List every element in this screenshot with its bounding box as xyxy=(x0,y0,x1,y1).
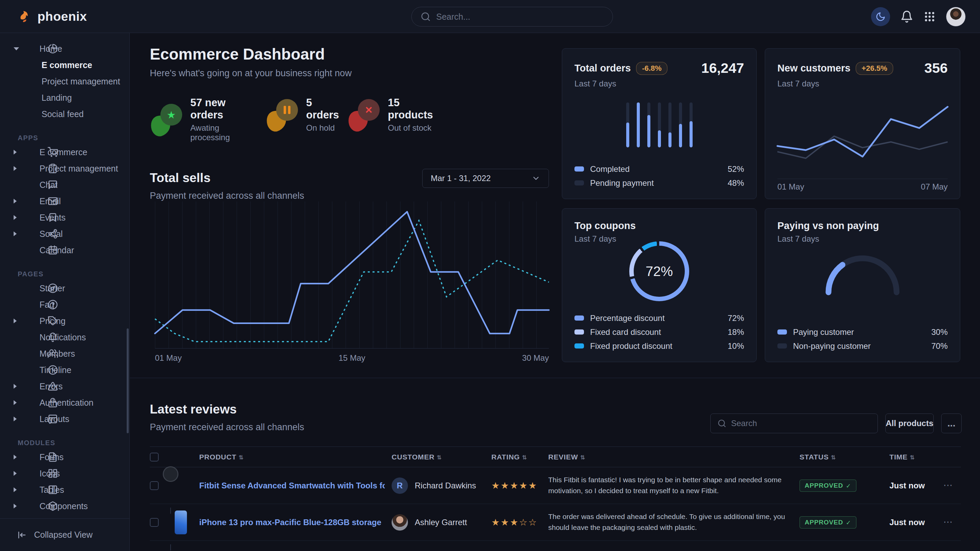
latest-reviews-subtitle: Payment received across all channels xyxy=(150,422,304,433)
date-range-value: Mar 1 - 31, 2022 xyxy=(431,173,527,183)
tag-icon xyxy=(24,316,34,326)
grid-icon xyxy=(24,468,34,478)
legend-swatch xyxy=(574,180,584,186)
legend-value: 72% xyxy=(728,313,744,323)
row-more-button[interactable]: ⋯ xyxy=(943,516,953,527)
stat-awating-processing: ★ 57 new orders Awating processing xyxy=(151,97,230,142)
select-all-checkbox[interactable] xyxy=(150,453,159,462)
row-checkbox[interactable] xyxy=(150,518,159,527)
sidebar-item-layouts[interactable]: Layouts xyxy=(0,411,129,427)
sort-icon: ⇅ xyxy=(580,454,585,461)
reviews-search-input[interactable] xyxy=(731,419,871,428)
column-header-review[interactable]: REVIEW⇅ xyxy=(548,453,585,461)
row-more-button[interactable]: ⋯ xyxy=(943,480,953,491)
order-bar xyxy=(626,102,629,148)
check-icon: ✓ xyxy=(846,519,851,526)
sidebar-item-project-management[interactable]: Project management xyxy=(0,160,129,177)
top-navbar: phoenix xyxy=(0,0,980,33)
product-link[interactable]: iPhone 13 pro max-Pacific Blue-128GB sto… xyxy=(199,518,381,527)
theme-toggle-button[interactable] xyxy=(871,7,890,26)
caret-right-icon xyxy=(14,166,17,171)
product-thumbnail[interactable] xyxy=(170,507,171,514)
apps-grid-button[interactable] xyxy=(923,11,936,23)
sidebar-item-errors[interactable]: Errors xyxy=(0,378,129,394)
legend-row: Paying customer 30% xyxy=(777,325,948,339)
legend-swatch xyxy=(777,343,787,348)
row-checkbox[interactable] xyxy=(150,481,159,490)
sidebar-item-timeline[interactable]: Timeline xyxy=(0,362,129,378)
legend-value: 18% xyxy=(728,327,744,337)
sidebar-item-label: Social xyxy=(40,229,63,239)
collapsed-view-toggle[interactable]: Collapsed View xyxy=(0,518,129,551)
notifications-button[interactable] xyxy=(900,10,913,23)
legend-row: Non-paying customer 70% xyxy=(777,339,948,353)
all-products-button[interactable]: All products xyxy=(885,413,934,433)
sidebar-item-label: Home xyxy=(40,44,62,54)
caret-right-icon xyxy=(14,455,17,459)
sidebar-item-icons[interactable]: Icons xyxy=(0,465,129,481)
sidebar-item-email[interactable]: Email xyxy=(0,193,129,209)
sidebar-item-social[interactable]: Social xyxy=(0,225,129,242)
global-search[interactable] xyxy=(411,7,613,27)
collapse-icon xyxy=(17,530,27,540)
chevron-down-icon xyxy=(531,174,540,183)
layout-icon xyxy=(24,414,34,424)
card-title: New customers xyxy=(777,63,850,74)
app-root: phoenix HomeE commerceProject management… xyxy=(0,0,980,551)
reviews-search[interactable] xyxy=(710,413,878,433)
sidebar-item-home[interactable]: Home xyxy=(0,41,129,57)
caret-right-icon xyxy=(14,199,17,203)
column-header-rating[interactable]: RATING⇅ xyxy=(492,453,527,461)
new-customers-chart xyxy=(777,93,948,175)
sidebar-item-starter[interactable]: Starter xyxy=(0,280,129,297)
reviews-more-button[interactable]: ... xyxy=(941,413,962,433)
compass-icon xyxy=(24,283,34,293)
sidebar-item-social-feed[interactable]: Social feed xyxy=(0,106,129,122)
reviews-table: PRODUCT⇅CUSTOMER⇅RATING⇅REVIEW⇅STATUS⇅TI… xyxy=(150,446,961,551)
search-input[interactable] xyxy=(436,12,604,22)
legend-value: 10% xyxy=(728,341,744,351)
x-tick: 01 May xyxy=(155,353,182,363)
sidebar-scrollbar-thumb[interactable] xyxy=(127,329,129,433)
sidebar-item-label: Pricing xyxy=(40,316,65,326)
date-range-select[interactable]: Mar 1 - 31, 2022 xyxy=(422,169,549,188)
order-bar xyxy=(668,102,671,148)
sidebar-item-label: Project management xyxy=(40,164,118,173)
sidebar-item-tables[interactable]: Tables xyxy=(0,481,129,498)
stat-value: 5 orders xyxy=(306,97,339,121)
column-header-status[interactable]: STATUS⇅ xyxy=(800,453,836,461)
sidebar-item-label: Social feed xyxy=(41,109,84,119)
sidebar-item-pricing[interactable]: Pricing xyxy=(0,313,129,329)
sidebar-item-label: Timeline xyxy=(40,365,72,375)
sidebar-item-events[interactable]: Events xyxy=(0,209,129,225)
sidebar-item-project-management[interactable]: Project management xyxy=(0,73,129,89)
sidebar-item-components[interactable]: Components xyxy=(0,498,129,514)
legend-label: Fixed product discount xyxy=(590,341,672,351)
sidebar-item-calendar[interactable]: Calendar xyxy=(0,242,129,258)
brand[interactable]: phoenix xyxy=(18,0,87,33)
user-avatar[interactable] xyxy=(946,7,966,27)
product-link[interactable]: Fitbit Sense Advanced Smartwatch with To… xyxy=(199,481,385,491)
table-row: iPhone 13 pro max-Pacific Blue-128GB sto… xyxy=(150,504,961,541)
column-header-product[interactable]: PRODUCT⇅ xyxy=(199,453,243,461)
table-row xyxy=(150,541,961,551)
sidebar-item-e-commerce[interactable]: E commerce xyxy=(0,144,129,160)
sidebar-item-label: E commerce xyxy=(40,148,87,157)
sidebar-item-members[interactable]: Members xyxy=(0,345,129,362)
sidebar-item-authentication[interactable]: Authentication xyxy=(0,394,129,411)
file-text-icon xyxy=(24,452,34,462)
product-thumbnail[interactable] xyxy=(170,471,171,477)
brand-name: phoenix xyxy=(37,10,87,24)
column-header-time[interactable]: TIME⇅ xyxy=(889,453,915,461)
column-header-customer[interactable]: CUSTOMER⇅ xyxy=(391,453,442,461)
sidebar-item-e-commerce[interactable]: E commerce xyxy=(0,57,129,73)
sidebar-item-landing[interactable]: Landing xyxy=(0,89,129,106)
page-title: Ecommerce Dashboard xyxy=(150,45,325,63)
sidebar-item-forms[interactable]: Forms xyxy=(0,449,129,465)
sidebar-item-chat[interactable]: Chat xyxy=(0,177,129,193)
sidebar-item-faq[interactable]: Faq xyxy=(0,297,129,313)
rating-stars: ★★★★★ xyxy=(492,480,538,491)
sidebar-item-label: Components xyxy=(40,501,88,511)
card-subtitle: Last 7 days xyxy=(777,234,948,244)
sidebar-item-notifications[interactable]: Notifications xyxy=(0,329,129,345)
